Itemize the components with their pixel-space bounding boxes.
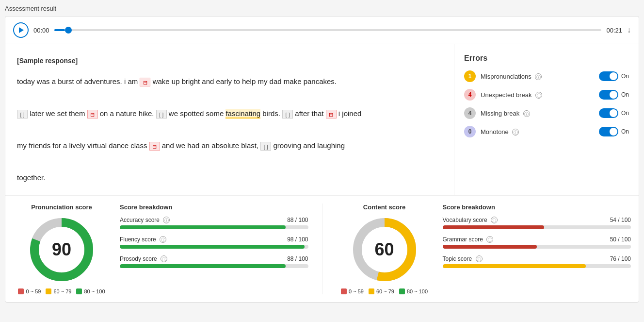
accuracy-score-row: Accuracy score ⓘ 88 / 100 (120, 217, 308, 229)
time-end: 00:21 (606, 27, 622, 34)
sample-text: today was a burst of adventures. i am ⊟ … (17, 73, 442, 186)
content-score-title: Content score (363, 203, 405, 211)
prosody-bar-bg (120, 264, 308, 268)
info-icon-unexpected-break[interactable]: ⓘ (535, 92, 542, 99)
pronunciation-donut: 90 (28, 216, 96, 284)
vocabulary-score-label: Vocabulary score ⓘ 54 / 100 (443, 217, 631, 223)
legend-label-red: 0 ~ 59 (26, 288, 41, 294)
page-title: Assessment result (5, 5, 639, 12)
vocabulary-bar-bg (443, 225, 631, 229)
grammar-label-text: Grammar score ⓘ (443, 236, 494, 243)
legend-label-green: 80 ~ 100 (84, 288, 105, 294)
error-badge-missing-break: 4 (464, 107, 476, 119)
prosody-score-label: Prosody score ⓘ 88 / 100 (120, 255, 308, 262)
accuracy-label-text: Accuracy score ⓘ (120, 217, 170, 223)
content-legend-yellow: 60 ~ 79 (369, 288, 394, 294)
fluency-bar-bg (120, 245, 308, 249)
accuracy-bar-fill (120, 225, 286, 229)
accuracy-value: 88 / 100 (287, 217, 308, 223)
content-split: [Sample response] today was a burst of a… (5, 44, 639, 195)
pronunciation-score-number: 90 (52, 239, 71, 260)
error-badge-monotone: 0 (464, 126, 476, 137)
content-score-number: 60 (374, 239, 394, 260)
audio-thumb (65, 27, 72, 34)
content-legend-green: 80 ~ 100 (399, 288, 428, 294)
info-icon-vocabulary[interactable]: ⓘ (491, 217, 498, 223)
missing-token-4: [ ] (260, 142, 271, 151)
error-label-monotone: Monotone ⓘ (481, 128, 599, 136)
pronunciation-breakdown-title: Score breakdown (120, 203, 308, 211)
content-donut: 60 (351, 216, 419, 284)
missing-token-1: [ ] (17, 110, 28, 119)
content-score-block: Content score 60 0 ~ 59 60 ~ 79 (336, 203, 433, 294)
topic-score-row: Topic score ⓘ 76 / 100 (443, 255, 631, 268)
grammar-score-row: Grammar score ⓘ 50 / 100 (443, 236, 631, 249)
toggle-label-mispronunciation: On (621, 73, 629, 80)
audio-progress (54, 29, 65, 31)
legend-dot-green (76, 288, 82, 294)
content-legend-dot-yellow (369, 288, 374, 294)
errors-panel: Errors 1 Mispronunciations ⓘ On 4 (454, 44, 639, 195)
missing-token-2: [ ] (156, 110, 167, 119)
toggle-group-missing-break: On (599, 108, 629, 118)
topic-value: 76 / 100 (610, 255, 631, 262)
error-token-1: ⊟ (140, 78, 150, 86)
content-legend-red: 0 ~ 59 (341, 288, 364, 294)
topic-label-text: Topic score ⓘ (443, 255, 483, 262)
missing-token-3: [ ] (282, 110, 293, 119)
info-icon-accuracy[interactable]: ⓘ (163, 217, 170, 223)
info-icon-monotone[interactable]: ⓘ (512, 129, 519, 136)
toggle-mispronunciation[interactable] (599, 71, 618, 81)
toggle-group-monotone: On (599, 127, 629, 136)
info-icon-fluency[interactable]: ⓘ (160, 236, 166, 243)
error-label-missing-break: Missing break ⓘ (481, 110, 599, 117)
legend-yellow: 60 ~ 79 (46, 288, 71, 294)
error-row-monotone: 0 Monotone ⓘ On (464, 126, 629, 137)
text-area: [Sample response] today was a burst of a… (5, 44, 454, 195)
topic-bar-fill (443, 264, 586, 268)
info-icon-grammar[interactable]: ⓘ (486, 236, 493, 243)
vocabulary-score-row: Vocabulary score ⓘ 54 / 100 (443, 217, 631, 229)
legend-green: 80 ~ 100 (76, 288, 105, 294)
toggle-missing-break[interactable] (599, 108, 618, 118)
error-token-2: ⊟ (87, 110, 98, 119)
download-button[interactable]: ↓ (627, 26, 631, 34)
legend-dot-yellow (46, 288, 51, 294)
pronunciation-score-title: Pronunciation score (31, 203, 92, 211)
toggle-group-unexpected-break: On (599, 90, 629, 100)
content-legend-dot-green (399, 288, 405, 294)
info-icon-missing-break[interactable]: ⓘ (523, 110, 530, 117)
content-legend-label-green: 80 ~ 100 (407, 288, 428, 294)
content-legend-label-yellow: 60 ~ 79 (376, 288, 394, 294)
info-icon-topic[interactable]: ⓘ (476, 255, 483, 262)
toggle-monotone[interactable] (599, 127, 618, 136)
error-label-unexpected-break: Unexpected break ⓘ (481, 91, 599, 99)
legend-label-yellow: 60 ~ 79 (53, 288, 71, 294)
accuracy-bar-bg (120, 225, 308, 229)
grammar-bar-fill (443, 245, 537, 249)
after-that-text: after that (295, 109, 323, 118)
prosody-value: 88 / 100 (287, 255, 308, 262)
fluency-label-text: Fluency score ⓘ (120, 236, 166, 243)
play-button[interactable] (13, 22, 29, 38)
fluency-bar-fill (120, 245, 305, 249)
audio-track[interactable] (54, 29, 602, 31)
fluency-score-row: Fluency score ⓘ 98 / 100 (120, 236, 308, 249)
error-token-3: ⊟ (326, 110, 337, 119)
audio-player: 00:00 00:21 ↓ (5, 17, 639, 44)
grammar-bar-bg (443, 245, 631, 249)
content-breakdown: Score breakdown Vocabulary score ⓘ 54 / … (443, 203, 631, 294)
error-badge-unexpected-break: 4 (464, 89, 476, 101)
sample-label: [Sample response] (17, 54, 442, 68)
topic-score-label: Topic score ⓘ 76 / 100 (443, 255, 631, 262)
fluency-value: 98 / 100 (287, 236, 308, 243)
toggle-unexpected-break[interactable] (599, 90, 618, 100)
accuracy-score-label: Accuracy score ⓘ 88 / 100 (120, 217, 308, 223)
error-row-missing-break: 4 Missing break ⓘ On (464, 107, 629, 119)
pronunciation-breakdown: Score breakdown Accuracy score ⓘ 88 / 10… (120, 203, 308, 294)
content-legend: 0 ~ 59 60 ~ 79 80 ~ 100 (341, 288, 428, 294)
info-icon-mispronunciation[interactable]: ⓘ (535, 73, 542, 80)
toggle-label-unexpected-break: On (621, 91, 629, 98)
info-icon-prosody[interactable]: ⓘ (161, 255, 167, 262)
pronunciation-legend: 0 ~ 59 60 ~ 79 80 ~ 100 (18, 288, 105, 294)
